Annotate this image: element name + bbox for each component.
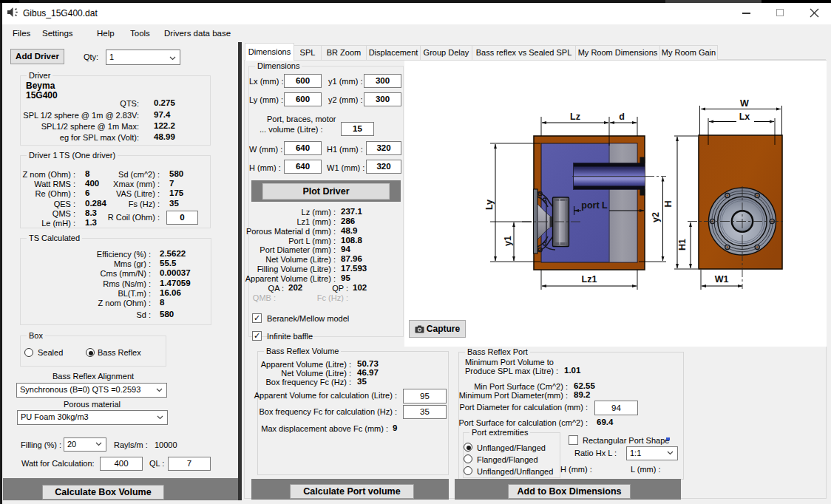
svg-text:Lz1: Lz1 bbox=[582, 274, 597, 285]
svg-text:W: W bbox=[740, 98, 749, 109]
svg-text:W1: W1 bbox=[715, 274, 729, 285]
svg-text:y2: y2 bbox=[651, 212, 661, 222]
svg-text:port L: port L bbox=[581, 200, 608, 211]
svg-text:H1: H1 bbox=[677, 239, 688, 251]
svg-text:d: d bbox=[619, 112, 625, 122]
svg-text:H: H bbox=[663, 200, 674, 207]
svg-text:Lx: Lx bbox=[739, 112, 750, 122]
svg-text:Ly: Ly bbox=[484, 200, 495, 210]
svg-text:Lz: Lz bbox=[570, 112, 580, 122]
svg-text:y1: y1 bbox=[503, 236, 513, 246]
